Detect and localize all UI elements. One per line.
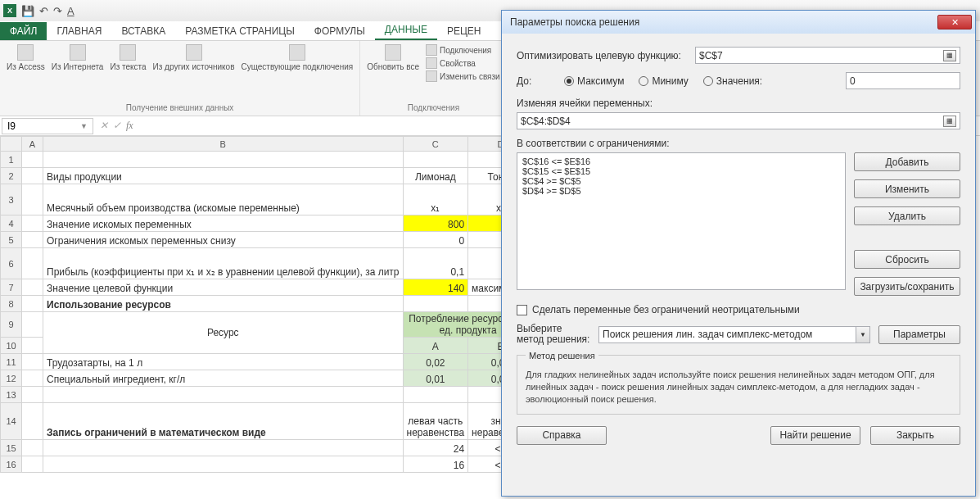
value-input[interactable]: 0 — [846, 72, 960, 89]
undo-icon[interactable]: ↶ — [39, 5, 48, 17]
radio-value[interactable]: Значения: — [703, 75, 762, 87]
close-button[interactable]: ✕ — [937, 15, 972, 29]
cell[interactable]: Трудозатарты, на 1 л — [43, 354, 404, 370]
tab-layout[interactable]: РАЗМЕТКА СТРАНИЦЫ — [175, 22, 305, 40]
col-header-c[interactable]: C — [403, 137, 468, 152]
close-icon: ✕ — [951, 17, 959, 28]
redo-icon[interactable]: ↷ — [53, 5, 62, 17]
row-header[interactable]: 12 — [1, 370, 22, 387]
objective-input[interactable]: $C$7 ▦ — [695, 47, 960, 64]
row-header[interactable]: 11 — [1, 354, 22, 370]
cell[interactable]: 0,02 — [403, 354, 468, 370]
cell[interactable]: 0,1 — [403, 248, 468, 279]
save-icon[interactable]: 💾 — [21, 5, 34, 17]
variables-input[interactable]: $C$4:$D$4 ▦ — [517, 112, 960, 129]
delete-button[interactable]: Удалить — [854, 206, 960, 225]
fieldset-legend: Метод решения — [526, 351, 598, 361]
row-header[interactable]: 4 — [1, 215, 22, 232]
name-box[interactable]: I9▼ — [2, 118, 93, 134]
row-header[interactable]: 10 — [1, 338, 22, 354]
row-header[interactable]: 15 — [1, 440, 22, 456]
cell[interactable]: Ограничения искомых переменных снизу — [43, 232, 404, 248]
constraint-item[interactable]: $D$4 >= $D$5 — [522, 186, 840, 196]
range-picker-icon[interactable]: ▦ — [943, 116, 956, 127]
cell[interactable]: Виды продукции — [43, 168, 404, 184]
col-header-a[interactable]: A — [22, 137, 43, 152]
row-header[interactable]: 7 — [1, 279, 22, 296]
cell[interactable]: Запись ограничений в математическом виде — [43, 403, 404, 440]
from-text-button[interactable]: Из текста — [110, 44, 146, 71]
cell[interactable]: 16 — [403, 456, 468, 473]
edit-links-button[interactable]: Изменить связи — [426, 70, 500, 82]
row-header[interactable]: 3 — [1, 184, 22, 215]
tab-home[interactable]: ГЛАВНАЯ — [47, 22, 111, 40]
cell[interactable]: левая часть неравенства — [403, 403, 468, 440]
solve-button[interactable]: Найти решение — [770, 426, 860, 445]
constraints-list[interactable]: $C$16 <= $E$16 $C$15 <= $E$15 $C$4 >= $C… — [517, 152, 846, 290]
cell[interactable]: 800 — [403, 215, 468, 232]
method-description: Для гладких нелинейных задач используйте… — [526, 369, 951, 406]
load-save-button[interactable]: Загрузить/сохранить — [854, 277, 960, 296]
cell[interactable]: Лимонад — [403, 168, 468, 184]
cell[interactable]: Месячный объем производства (искомые пер… — [43, 184, 404, 215]
properties-button[interactable]: Свойства — [426, 57, 476, 69]
existing-connections-button[interactable]: Существующие подключения — [241, 44, 353, 71]
radio-max[interactable]: Максимум — [564, 75, 624, 87]
row-header[interactable]: 1 — [1, 152, 22, 168]
col-header-b[interactable]: B — [43, 137, 404, 152]
cell[interactable]: A — [403, 338, 468, 354]
range-picker-icon[interactable]: ▦ — [943, 50, 956, 61]
help-button[interactable]: Справка — [517, 426, 607, 445]
from-access-button[interactable]: Из Access — [7, 44, 45, 71]
cell[interactable]: Специальный ингредиент, кг/л — [43, 370, 404, 387]
tab-insert[interactable]: ВСТАВКА — [111, 22, 175, 40]
cell[interactable]: Прибыль (коэффициенты при x₁ и x₂ в урав… — [43, 248, 404, 279]
cell[interactable]: 0,01 — [403, 370, 468, 387]
nonneg-checkbox[interactable] — [517, 305, 527, 315]
add-button[interactable]: Добавить — [854, 152, 960, 171]
row-header[interactable]: 8 — [1, 296, 22, 312]
radio-min[interactable]: Миниму — [639, 75, 688, 87]
close-dialog-button[interactable]: Закрыть — [870, 426, 960, 445]
constraint-item[interactable]: $C$16 <= $E$16 — [522, 157, 840, 166]
tab-review[interactable]: РЕЦЕН — [437, 22, 491, 40]
tab-data[interactable]: ДАННЫЕ — [375, 20, 437, 40]
connections-button[interactable]: Подключения — [426, 44, 491, 56]
cell[interactable]: x₁ — [403, 184, 468, 215]
params-button[interactable]: Параметры — [878, 325, 960, 344]
cell[interactable]: 0 — [403, 232, 468, 248]
cell[interactable]: Значение искомых переменных — [43, 215, 404, 232]
ribbon-group-connections: Обновить все Подключения Свойства Измени… — [360, 41, 508, 116]
fx-icon[interactable]: fx — [126, 120, 133, 132]
cell[interactable]: 24 — [403, 440, 468, 456]
dialog-title-text: Параметры поиска решения — [510, 16, 639, 28]
enter-icon[interactable]: ✓ — [113, 120, 121, 132]
chevron-down-icon[interactable]: ▼ — [80, 122, 88, 130]
cell[interactable]: Использование ресурсов — [43, 296, 404, 312]
method-select[interactable]: Поиск решения лин. задач симплекс-методо… — [598, 326, 870, 343]
tab-formulas[interactable]: ФОРМУЛЫ — [305, 22, 375, 40]
row-header[interactable]: 14 — [1, 403, 22, 440]
refresh-all-button[interactable]: Обновить все — [367, 44, 419, 71]
change-button[interactable]: Изменить — [854, 179, 960, 198]
cancel-icon[interactable]: ✕ — [100, 120, 108, 132]
row-header[interactable]: 13 — [1, 387, 22, 403]
font-icon[interactable]: A — [67, 5, 75, 17]
dialog-titlebar[interactable]: Параметры поиска решения ✕ — [502, 11, 975, 34]
chevron-down-icon[interactable]: ▼ — [856, 327, 869, 342]
tab-file[interactable]: ФАЙЛ — [0, 22, 47, 40]
from-web-button[interactable]: Из Интернета — [52, 44, 104, 71]
cell[interactable]: 140 — [403, 279, 468, 296]
cell[interactable]: Ресурс — [43, 312, 404, 354]
cell[interactable]: Значение целевой функции — [43, 279, 404, 296]
row-header[interactable]: 5 — [1, 232, 22, 248]
row-header[interactable]: 9 — [1, 312, 22, 338]
row-header[interactable]: 6 — [1, 248, 22, 279]
row-header[interactable]: 16 — [1, 456, 22, 473]
row-header[interactable]: 2 — [1, 168, 22, 184]
reset-button[interactable]: Сбросить — [854, 250, 960, 269]
constraint-item[interactable]: $C$4 >= $C$5 — [522, 176, 840, 186]
select-all-corner[interactable] — [1, 137, 22, 152]
constraint-item[interactable]: $C$15 <= $E$15 — [522, 166, 840, 176]
from-other-button[interactable]: Из других источников — [153, 44, 235, 71]
